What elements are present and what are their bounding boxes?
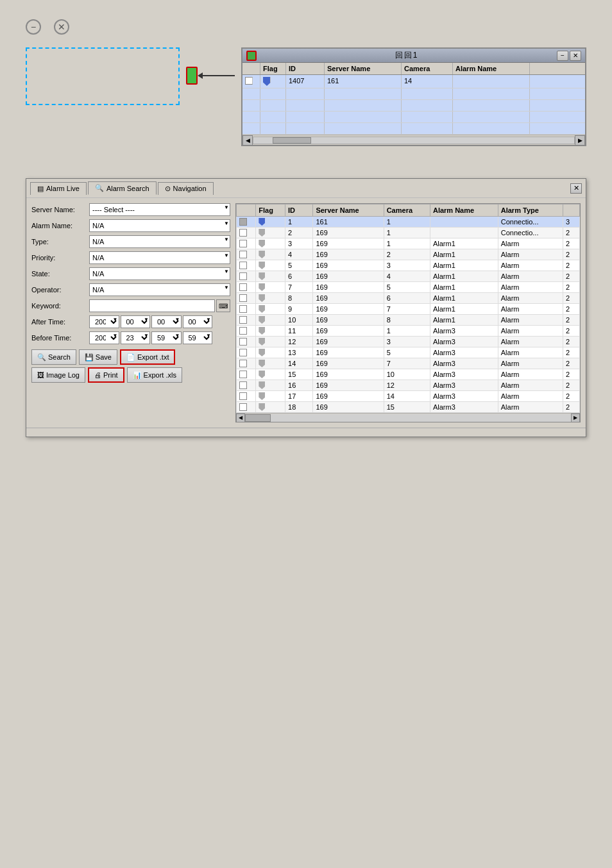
priority-select-wrapper[interactable]: N/A: [89, 251, 230, 264]
row-checkbox[interactable]: [237, 337, 256, 347]
priority-select[interactable]: N/A: [89, 251, 230, 264]
before-date-select[interactable]: 2008/12/16: [89, 331, 119, 344]
row-flag: [256, 358, 285, 369]
top-alarm-scrollbar[interactable]: ◀ ▶: [242, 135, 585, 145]
row-checkbox[interactable]: [237, 282, 256, 293]
row-checkbox[interactable]: [237, 249, 256, 260]
table-scrollbar[interactable]: ◀ ▶: [236, 413, 580, 422]
save-button[interactable]: 💾 Save: [79, 349, 117, 365]
after-sec-select[interactable]: 00: [183, 315, 213, 328]
print-button[interactable]: 🖨 Print: [88, 367, 124, 383]
before-sec-select[interactable]: 59: [183, 331, 213, 344]
alarm-close-button[interactable]: ✕: [570, 51, 581, 61]
row-alarmtype: Alarm: [498, 358, 563, 369]
close-icon[interactable]: ✕: [54, 19, 69, 35]
before-hour-select[interactable]: 23: [121, 331, 151, 344]
export-xls-button[interactable]: 📊 Export .xls: [127, 367, 182, 383]
row-extra: 2: [563, 249, 579, 260]
search-button[interactable]: 🔍 Search: [31, 349, 76, 365]
server-name-select-wrapper[interactable]: ---- Select ----: [89, 203, 230, 216]
tab-navigation[interactable]: ⊙ Navigation: [158, 182, 214, 195]
priority-row: Priority: N/A: [31, 251, 230, 264]
export-xls-icon: 📊: [133, 371, 142, 380]
operator-select-wrapper[interactable]: N/A: [89, 283, 230, 296]
table-row[interactable]: 14 169 7 Alarm3 Alarm 2: [237, 358, 580, 369]
table-row[interactable]: 17 169 14 Alarm3 Alarm 2: [237, 391, 580, 402]
server-name-select[interactable]: ---- Select ----: [89, 203, 230, 216]
after-min-select[interactable]: 00: [151, 315, 182, 328]
row-alarmtype: Connectio...: [498, 228, 563, 238]
empty-row-2: [242, 100, 585, 112]
row-checkbox[interactable]: [237, 238, 256, 249]
tab-alarm-search[interactable]: 🔍 Alarm Search: [88, 181, 157, 195]
table-scroll-right[interactable]: ▶: [571, 413, 580, 422]
image-log-button[interactable]: 🖼 Image Log: [31, 367, 85, 383]
col-camera: Camera: [402, 63, 453, 74]
table-row[interactable]: 7 169 5 Alarm1 Alarm 2: [237, 282, 580, 293]
table-row[interactable]: 11 169 1 Alarm3 Alarm 2: [237, 326, 580, 337]
alarm-name-select-wrapper[interactable]: N/A: [89, 219, 230, 232]
state-select[interactable]: N/A: [89, 267, 230, 280]
type-select-wrapper[interactable]: N/A: [89, 235, 230, 248]
keyboard-icon[interactable]: ⌨: [216, 299, 230, 312]
table-row[interactable]: 2 169 1 Connectio... 2: [237, 228, 580, 238]
after-hour-select[interactable]: 00: [121, 315, 151, 328]
row-checkbox[interactable]: [237, 304, 256, 315]
row-checkbox[interactable]: [237, 402, 256, 413]
table-row[interactable]: 5 169 3 Alarm1 Alarm 2: [237, 260, 580, 271]
row-checkbox[interactable]: [237, 260, 256, 271]
row-alarmtype: Alarm: [498, 282, 563, 293]
type-select[interactable]: N/A: [89, 235, 230, 248]
row-server: 169: [313, 304, 384, 315]
table-scroll-track[interactable]: [245, 414, 571, 422]
table-row[interactable]: 1 161 1 Connectio... 3: [237, 217, 580, 228]
row-checkbox[interactable]: [237, 369, 256, 380]
table-row[interactable]: 6 169 4 Alarm1 Alarm 2: [237, 271, 580, 282]
table-scroll-left[interactable]: ◀: [236, 413, 245, 422]
table-row[interactable]: 4 169 2 Alarm1 Alarm 2: [237, 249, 580, 260]
row-checkbox[interactable]: [237, 217, 256, 228]
row-checkbox[interactable]: [237, 358, 256, 369]
row-alarmname: [453, 75, 530, 88]
minimize-icon[interactable]: −: [26, 19, 41, 35]
row-checkbox[interactable]: [237, 293, 256, 304]
row-flag: [260, 75, 286, 88]
row-server: 169: [313, 391, 384, 402]
state-select-wrapper[interactable]: N/A: [89, 267, 230, 280]
table-row[interactable]: 10 169 8 Alarm1 Alarm 2: [237, 315, 580, 326]
operator-select[interactable]: N/A: [89, 283, 230, 296]
before-time-row: Before Time: 2008/12/16 23 59: [31, 331, 230, 344]
state-row: State: N/A: [31, 267, 230, 280]
navigation-icon: ⊙: [165, 185, 171, 193]
scroll-left-btn[interactable]: ◀: [242, 135, 253, 146]
dialog-close-button[interactable]: ✕: [570, 183, 582, 194]
row-checkbox[interactable]: [237, 228, 256, 238]
row-alarmtype: Alarm: [498, 260, 563, 271]
col-checkbox: [242, 63, 260, 74]
export-txt-button[interactable]: 📄 Export .txt: [120, 349, 176, 365]
keyword-input[interactable]: [89, 299, 215, 312]
row-checkbox[interactable]: [237, 391, 256, 402]
col-alarm-name: Alarm Name: [453, 63, 530, 74]
alarm-name-select[interactable]: N/A: [89, 219, 230, 232]
alarm-minimize-button[interactable]: −: [557, 51, 568, 61]
table-row[interactable]: 16 169 12 Alarm3 Alarm 2: [237, 380, 580, 391]
row-checkbox[interactable]: [237, 271, 256, 282]
table-row[interactable]: 18 169 15 Alarm3 Alarm 2: [237, 402, 580, 413]
row-checkbox[interactable]: [237, 347, 256, 358]
before-min-select[interactable]: 59: [151, 331, 182, 344]
table-row[interactable]: 13 169 5 Alarm3 Alarm 2: [237, 347, 580, 358]
table-row[interactable]: 15 169 10 Alarm3 Alarm 2: [237, 369, 580, 380]
table-row[interactable]: 9 169 7 Alarm1 Alarm 2: [237, 304, 580, 315]
top-alarm-row[interactable]: 1407 161 14: [242, 75, 585, 88]
row-checkbox[interactable]: [237, 380, 256, 391]
table-row[interactable]: 3 169 1 Alarm1 Alarm 2: [237, 238, 580, 249]
after-date-select[interactable]: 2008/12/16: [89, 315, 119, 328]
scroll-track[interactable]: [253, 137, 575, 144]
table-row[interactable]: 12 169 3 Alarm3 Alarm 2: [237, 337, 580, 347]
row-checkbox[interactable]: [237, 326, 256, 337]
scroll-right-btn[interactable]: ▶: [575, 135, 585, 146]
tab-alarm-live[interactable]: ▤ Alarm Live: [30, 182, 87, 195]
row-checkbox[interactable]: [237, 315, 256, 326]
table-row[interactable]: 8 169 6 Alarm1 Alarm 2: [237, 293, 580, 304]
